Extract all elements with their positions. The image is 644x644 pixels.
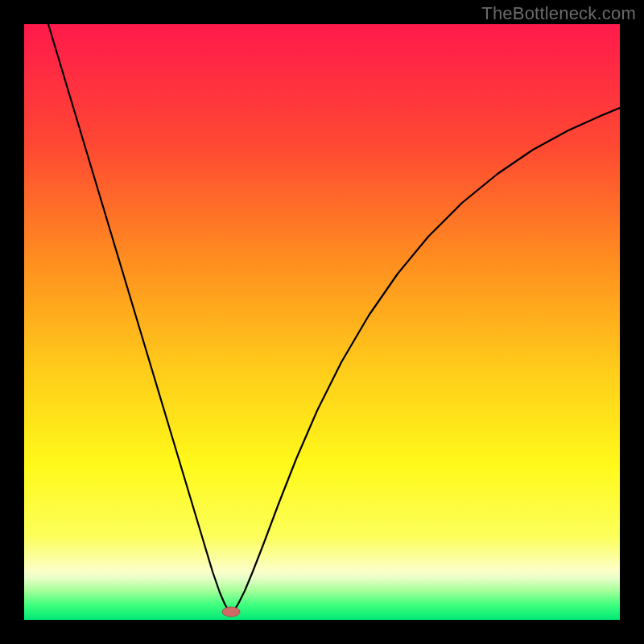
watermark-text: TheBottleneck.com (481, 3, 636, 24)
plot-area (24, 24, 620, 620)
gradient-background (24, 24, 620, 620)
chart-frame: TheBottleneck.com (0, 0, 644, 644)
chart-svg (24, 24, 620, 620)
optimum-marker (222, 607, 240, 617)
